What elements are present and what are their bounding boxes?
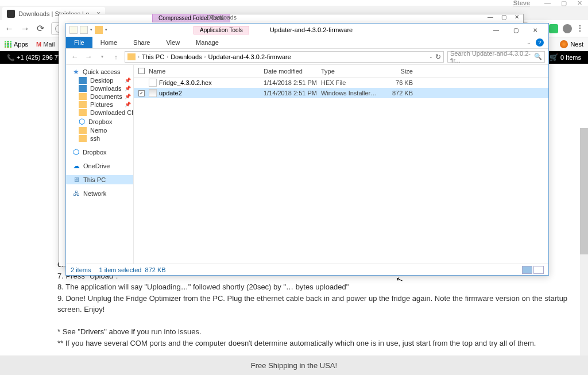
- explorer-minimize-button[interactable]: —: [486, 24, 506, 36]
- search-icon[interactable]: 🔍: [534, 53, 542, 60]
- sidebar-onedrive[interactable]: ☁OneDrive: [66, 161, 133, 171]
- view-details-button[interactable]: [522, 266, 532, 274]
- column-type[interactable]: Type: [321, 68, 378, 75]
- breadcrumb-dropdown-icon[interactable]: ⌄: [429, 54, 433, 59]
- bg-window-controls: — ▢ ✕: [488, 14, 519, 20]
- bg-maximize-button[interactable]: ▢: [501, 14, 506, 20]
- breadcrumb-thispc[interactable]: This PC: [142, 53, 164, 60]
- quick-access-toolbar: ▾ ▾: [69, 26, 107, 34]
- bg-close-button[interactable]: ✕: [514, 14, 519, 20]
- sidebar-item-nemo[interactable]: Nemo: [66, 126, 133, 134]
- breadcrumb-current[interactable]: Updater-and-4.3.0.2-firmware: [208, 53, 291, 60]
- file-checkbox[interactable]: ✓: [138, 90, 145, 96]
- explorer-ribbon: File Home Share View Manage ⌄ ?: [66, 36, 548, 49]
- sidebar-item-desktop[interactable]: Desktop📌: [66, 76, 133, 84]
- chrome-user-label[interactable]: Steve: [513, 0, 530, 6]
- column-name[interactable]: Name: [149, 68, 264, 75]
- sidebar-dropbox[interactable]: ⬡Dropbox: [66, 147, 133, 157]
- nav-back-button[interactable]: ←: [69, 52, 80, 61]
- qat-dropdown2-icon[interactable]: ▾: [105, 28, 107, 32]
- pc-icon: 🖥: [73, 176, 80, 184]
- file-size: 872 KB: [378, 90, 413, 96]
- header-checkbox[interactable]: [138, 68, 145, 74]
- qat-folder-icon[interactable]: [95, 26, 103, 34]
- column-date[interactable]: Date modified: [264, 68, 321, 75]
- cart-items-label[interactable]: 0 Items: [560, 54, 581, 61]
- qat-properties-icon[interactable]: [69, 26, 78, 34]
- chrome-minimize-button[interactable]: —: [544, 0, 551, 7]
- file-icon: [149, 79, 157, 87]
- apps-bookmark[interactable]: Apps: [5, 41, 28, 48]
- extension-avatar-icon[interactable]: [563, 24, 572, 33]
- network-icon: 🖧: [73, 190, 80, 198]
- desktop-icon: [79, 77, 87, 84]
- status-item-count: 2 items: [71, 266, 91, 273]
- folder-icon: [79, 93, 87, 100]
- apps-grid-icon: [5, 41, 11, 48]
- onedrive-icon: ☁: [73, 162, 80, 170]
- qat-newfolder-icon[interactable]: [80, 26, 88, 34]
- nav-forward-button[interactable]: →: [83, 52, 94, 61]
- explorer-maximize-button[interactable]: ▢: [506, 24, 525, 36]
- nav-recent-dropdown[interactable]: ▾: [97, 54, 107, 59]
- file-row-update2[interactable]: ✓ update2 1/14/2018 2:51 PM Windows Inst…: [134, 88, 548, 98]
- back-button[interactable]: ←: [5, 24, 14, 34]
- forward-button[interactable]: →: [21, 24, 30, 34]
- ribbon-expand-icon[interactable]: ⌄: [527, 40, 531, 45]
- reload-button[interactable]: ⟳: [37, 23, 44, 34]
- refresh-button[interactable]: ↻: [435, 53, 441, 61]
- scrollbar-thumb[interactable]: [580, 128, 588, 254]
- sidebar-item-documents[interactable]: Documents📌: [66, 92, 133, 100]
- sidebar-item-downloads[interactable]: Downloads📌: [66, 84, 133, 92]
- sidebar-item-dropbox-sub[interactable]: ⬡Dropbox: [66, 117, 133, 126]
- explorer-titlebar[interactable]: ▾ ▾ Application Tools Updater-and-4.3.0.…: [66, 24, 548, 36]
- view-icons-button[interactable]: [533, 266, 544, 274]
- nav-up-button[interactable]: ↑: [111, 53, 121, 60]
- file-list-area: Name Date modified Type Size Fridge_4.3.…: [134, 65, 548, 264]
- footer-banner: Free Shipping in the USA!: [0, 355, 588, 375]
- nest-bookmark[interactable]: Nest: [560, 40, 583, 48]
- sidebar-network[interactable]: 🖧Network: [66, 189, 133, 198]
- dropbox-icon: ⬡: [73, 148, 79, 156]
- breadcrumb[interactable]: › This PC › Downloads › Updater-and-4.3.…: [125, 51, 444, 63]
- file-row-hex[interactable]: Fridge_4.3.0.2.hex 1/14/2018 2:51 PM HEX…: [134, 78, 548, 88]
- search-placeholder: Search Updater-and-4.3.0.2-fir...: [450, 50, 532, 64]
- ribbon-manage-tab[interactable]: Manage: [188, 37, 227, 48]
- explorer-search-input[interactable]: Search Updater-and-4.3.0.2-fir... 🔍: [447, 51, 545, 63]
- page-scrollbar[interactable]: [580, 128, 588, 355]
- file-type: HEX File: [321, 79, 378, 86]
- pin-icon: 📌: [125, 94, 131, 99]
- chrome-close-button[interactable]: ✕: [577, 0, 582, 7]
- sidebar-this-pc[interactable]: 🖥This PC: [66, 175, 133, 184]
- status-size: 872 KB: [145, 266, 166, 273]
- file-name: update2: [159, 90, 264, 96]
- sidebar-item-pictures[interactable]: Pictures📌: [66, 100, 133, 109]
- ribbon-share-tab[interactable]: Share: [125, 37, 158, 48]
- status-selected: 1 item selected: [99, 266, 141, 273]
- sidebar-item-ssh[interactable]: ssh: [66, 134, 133, 142]
- sidebar-item-charts[interactable]: Downloaded Charts: [66, 109, 133, 117]
- breadcrumb-folder-icon: [127, 53, 136, 60]
- gmail-bookmark[interactable]: M Mail: [36, 41, 55, 48]
- help-icon[interactable]: ?: [536, 38, 544, 47]
- application-tools-tab[interactable]: Application Tools: [194, 26, 249, 34]
- extension-green-icon[interactable]: [549, 24, 558, 33]
- ribbon-file-tab[interactable]: File: [66, 37, 92, 48]
- explorer-address-bar: ← → ▾ ↑ › This PC › Downloads › Updater-…: [66, 49, 548, 65]
- explorer-close-button[interactable]: ✕: [525, 24, 545, 36]
- column-size[interactable]: Size: [378, 68, 413, 75]
- pin-icon: 📌: [125, 102, 131, 107]
- qat-dropdown-icon[interactable]: ▾: [90, 28, 92, 32]
- bg-minimize-button[interactable]: —: [488, 14, 493, 20]
- step-8: 8. The application will say "Uploading…"…: [57, 281, 571, 293]
- ribbon-home-tab[interactable]: Home: [92, 37, 125, 48]
- breadcrumb-downloads[interactable]: Downloads: [171, 53, 202, 60]
- file-name: Fridge_4.3.0.2.hex: [159, 79, 264, 86]
- chrome-maximize-button[interactable]: ▢: [561, 0, 567, 7]
- cart-icon[interactable]: 🛒: [550, 53, 558, 61]
- chrome-menu-icon[interactable]: ⋮: [577, 24, 583, 33]
- sidebar-quick-access[interactable]: ★Quick access: [66, 67, 133, 76]
- ribbon-view-tab[interactable]: View: [158, 37, 188, 48]
- file-date: 1/14/2018 2:51 PM: [264, 90, 321, 96]
- bg-window-title: Downloads: [207, 14, 237, 21]
